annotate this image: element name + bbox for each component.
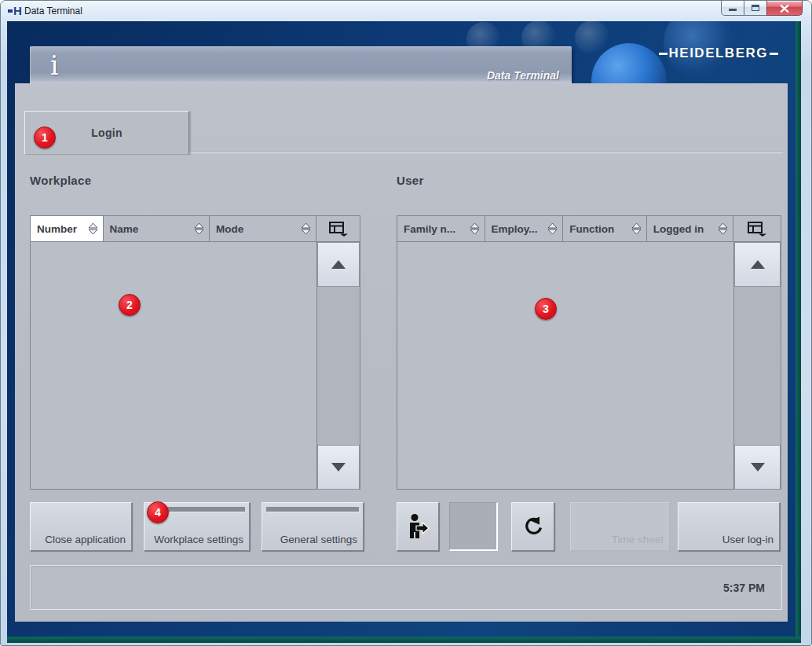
- time-sheet-button[interactable]: Time sheet: [570, 502, 670, 551]
- user-scroll-down-button[interactable]: [734, 445, 781, 490]
- workplace-table-body: 2: [31, 242, 360, 490]
- person-login-icon: [406, 513, 430, 540]
- user-col-employee[interactable]: Employ...: [485, 216, 564, 241]
- user-login-icon-button[interactable]: [397, 502, 439, 551]
- arrow-up-icon: [751, 260, 765, 269]
- heidelberg-app-icon: H: [8, 4, 22, 17]
- workplace-scroll-up-button[interactable]: [317, 242, 360, 287]
- user-scrollbar: [733, 242, 781, 490]
- close-button[interactable]: [766, 1, 803, 16]
- minimize-button[interactable]: [721, 1, 744, 16]
- user-login-button[interactable]: User log-in: [678, 502, 780, 551]
- titlebar[interactable]: H Data Terminal: [1, 1, 811, 21]
- workplace-col-name[interactable]: Name: [104, 216, 210, 241]
- window-title: Data Terminal: [24, 6, 82, 17]
- info-banner: i Data Terminal: [30, 46, 572, 89]
- window-controls: [721, 1, 803, 16]
- user-table-body: 3: [397, 242, 781, 490]
- status-bar: 5:37 PM: [30, 565, 782, 610]
- workplace-scroll-track[interactable]: [317, 287, 360, 445]
- undo-icon: [522, 516, 544, 538]
- app-window: H Data Terminal HEIDELBERG i: [0, 0, 812, 646]
- close-icon: [781, 5, 789, 13]
- workplace-col-mode[interactable]: Mode: [210, 216, 316, 241]
- sort-icon: [301, 222, 311, 235]
- callout-2: 2: [119, 294, 141, 316]
- sort-icon: [88, 222, 98, 235]
- callout-1: 1: [34, 127, 56, 149]
- user-col-logged-in[interactable]: Logged in: [647, 216, 734, 241]
- tab-login-label: Login: [91, 127, 123, 139]
- sort-icon: [718, 222, 728, 235]
- maximize-button[interactable]: [744, 1, 766, 16]
- callout-4: 4: [147, 501, 169, 523]
- user-scroll-track[interactable]: [734, 287, 781, 445]
- sort-icon: [470, 222, 480, 235]
- clock-label: 5:37 PM: [723, 582, 765, 594]
- workplace-column-selector-button[interactable]: [316, 216, 360, 241]
- decor-bubble: [575, 21, 609, 55]
- workplace-table-header: Number Name Mode: [31, 216, 360, 242]
- logo-dash: [770, 53, 778, 55]
- app-content: HEIDELBERG i Data Terminal Login 1 Workp…: [7, 21, 801, 643]
- column-selector-icon: [747, 221, 767, 237]
- user-table: Family n... Employ... Function Logged in: [397, 215, 781, 490]
- workplace-scrollbar: [316, 242, 360, 490]
- workplace-section-title: Workplace: [30, 174, 91, 187]
- user-section-title: User: [397, 174, 424, 187]
- column-selector-icon: [328, 221, 349, 237]
- teal-edge-bottom: [7, 637, 801, 643]
- undo-button[interactable]: [511, 502, 554, 551]
- user-table-header: Family n... Employ... Function Logged in: [397, 216, 781, 242]
- workplace-table: Number Name Mode 2: [30, 215, 360, 490]
- general-settings-button[interactable]: General settings: [262, 502, 364, 551]
- user-col-family-name[interactable]: Family n...: [397, 216, 485, 241]
- app-name-label: Data Terminal: [487, 69, 559, 82]
- teal-edge-right: [796, 21, 801, 643]
- logo-dash: [659, 53, 668, 55]
- user-column-selector-button[interactable]: [733, 216, 781, 241]
- heidelberg-logo: HEIDELBERG: [659, 46, 778, 61]
- arrow-down-icon: [331, 463, 346, 472]
- sort-icon: [631, 222, 642, 235]
- workplace-scroll-down-button[interactable]: [317, 445, 360, 490]
- arrow-down-icon: [751, 463, 765, 472]
- user-scroll-up-button[interactable]: [734, 242, 781, 287]
- maximize-icon: [752, 5, 759, 11]
- callout-3: 3: [535, 298, 557, 320]
- workplace-col-number[interactable]: Number: [31, 216, 104, 241]
- info-icon[interactable]: i: [50, 50, 59, 81]
- display-field: [449, 502, 498, 551]
- sort-icon: [547, 222, 558, 235]
- minimize-icon: [729, 9, 737, 11]
- arrow-up-icon: [331, 260, 346, 269]
- settings-bar-icon: [266, 507, 359, 512]
- user-col-function[interactable]: Function: [563, 216, 647, 241]
- sort-icon: [194, 222, 204, 235]
- close-application-button[interactable]: Close application: [30, 502, 132, 551]
- main-panel: Login 1 Workplace User Number Name: [15, 83, 788, 622]
